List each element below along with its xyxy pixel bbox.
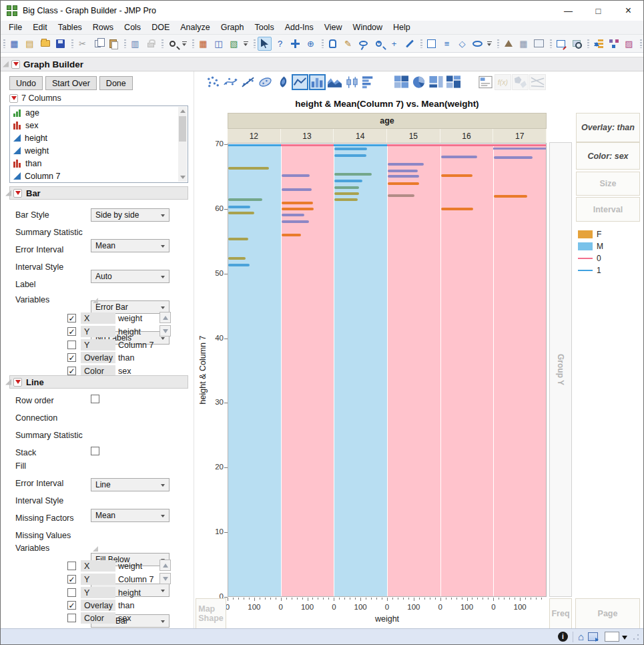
sort-icon[interactable] — [591, 37, 605, 51]
gallery-line-of-fit-icon[interactable] — [240, 74, 256, 90]
legend-item-M[interactable]: M — [578, 242, 603, 251]
gallery-mosaic-icon[interactable] — [445, 74, 462, 90]
brush-icon[interactable]: ✎ — [341, 37, 355, 51]
gallery-heatmap-icon[interactable] — [393, 74, 410, 90]
select-summary-statistic[interactable]: Mean — [91, 509, 170, 522]
gallery-smoother-icon[interactable] — [222, 74, 239, 90]
button-done[interactable]: Done — [99, 76, 133, 90]
maximize-button[interactable]: □ — [583, 1, 613, 21]
column-item-height[interactable]: height — [10, 132, 188, 144]
columns-red-triangle-icon[interactable] — [9, 94, 18, 103]
dropzone-color[interactable]: Color: sex — [576, 142, 640, 170]
gallery-parallel-icon[interactable] — [529, 74, 546, 90]
hierarchy-icon[interactable]: ▨ — [622, 37, 636, 51]
variable-checkbox[interactable]: ✓ — [67, 327, 76, 336]
lasso-icon[interactable] — [356, 37, 370, 51]
select-summary-statistic[interactable]: Mean — [91, 239, 170, 252]
pencil-icon[interactable] — [402, 37, 416, 51]
collapse-triangle-icon[interactable] — [3, 61, 9, 67]
graph-overflow-icon[interactable] — [242, 37, 250, 51]
button-undo[interactable]: Undo — [9, 76, 43, 90]
variable-checkbox[interactable]: ✓ — [67, 367, 76, 375]
gallery-box-plot-icon[interactable] — [344, 74, 360, 90]
annotate-overflow-icon[interactable] — [486, 37, 493, 51]
gallery-caption-box-icon[interactable] — [477, 74, 494, 90]
menu-addins[interactable]: Add-Ins — [280, 21, 319, 33]
move-icon[interactable] — [288, 37, 302, 51]
save-icon[interactable] — [53, 37, 67, 51]
legend-item-1[interactable]: 1 — [578, 266, 601, 275]
gallery-treemap-icon[interactable] — [428, 74, 444, 90]
variable-checkbox[interactable]: ✓ — [67, 575, 76, 584]
select-interval-style[interactable]: Error Bar — [91, 300, 170, 314]
move-up-button[interactable] — [159, 312, 171, 323]
polygon-annotate-icon[interactable]: ◇ — [455, 37, 469, 51]
cut-icon[interactable]: ✂ — [75, 37, 89, 51]
menu-help[interactable]: Help — [388, 21, 416, 33]
magnifier-zoom-icon[interactable] — [372, 37, 386, 51]
crosshair-icon[interactable]: ⊕ — [304, 37, 318, 51]
variable-checkbox[interactable]: ✓ — [67, 601, 76, 610]
columns-list-scrollbar[interactable] — [178, 107, 187, 182]
menu-tables[interactable]: Tables — [53, 21, 87, 33]
gallery-line-icon[interactable] — [292, 74, 308, 90]
resize-grip[interactable] — [633, 634, 639, 640]
arrow-cursor-icon[interactable] — [258, 37, 272, 51]
distribution-icon[interactable] — [501, 37, 515, 51]
move-up-button[interactable] — [159, 560, 171, 571]
variable-checkbox[interactable]: ✓ — [67, 353, 76, 362]
color-well[interactable] — [605, 632, 619, 642]
menu-rows[interactable]: Rows — [87, 21, 119, 33]
info-icon[interactable]: i — [558, 632, 568, 642]
grabber-hand-icon[interactable] — [326, 37, 340, 51]
help-icon[interactable]: ? — [273, 37, 287, 51]
red-triangle-menu-icon[interactable] — [11, 60, 20, 69]
variable-checkbox[interactable]: ✓ — [67, 314, 76, 322]
plot-area[interactable] — [228, 143, 547, 597]
menu-graph[interactable]: Graph — [216, 21, 250, 33]
lock-icon[interactable] — [143, 37, 157, 51]
line-annotate-icon[interactable]: ≡ — [440, 37, 454, 51]
search-icon[interactable] — [166, 37, 180, 51]
dropzone-overlay[interactable]: Overlay: than — [576, 113, 640, 142]
menu-analyze[interactable]: Analyze — [175, 21, 215, 33]
menu-doe[interactable]: DOE — [146, 21, 175, 33]
paste-icon[interactable] — [106, 37, 120, 51]
home-icon[interactable]: ⌂ — [578, 632, 584, 642]
variables-collapse-icon[interactable] — [93, 546, 98, 552]
variable-checkbox[interactable] — [67, 614, 76, 622]
dropzone-interval[interactable]: Interval — [576, 197, 640, 222]
formula-123-icon[interactable] — [532, 37, 546, 51]
copy-icon[interactable] — [91, 37, 105, 51]
move-down-button[interactable] — [159, 325, 171, 337]
select-bar-style[interactable]: Side by side — [91, 208, 170, 222]
close-button[interactable]: × — [613, 1, 643, 21]
dropdown-arrow-icon[interactable] — [622, 636, 627, 642]
open-icon[interactable] — [38, 37, 52, 51]
new-data-table-icon[interactable]: ▦ — [7, 37, 21, 51]
menu-tools[interactable]: Tools — [249, 21, 279, 33]
select-error-interval[interactable]: Auto — [91, 270, 170, 283]
menu-file[interactable]: File — [3, 21, 27, 33]
variable-checkbox[interactable] — [67, 562, 76, 570]
select-rows-icon[interactable] — [554, 37, 568, 51]
oval-annotate-icon[interactable] — [470, 37, 485, 51]
gallery-formula-icon[interactable]: f(x) — [495, 74, 511, 90]
menu-edit[interactable]: Edit — [27, 21, 53, 33]
dropzone-map_shape[interactable]: MapShape — [196, 598, 226, 629]
new-journal-icon[interactable]: ▤ — [23, 37, 37, 51]
tabulate-icon[interactable]: ▦ — [517, 37, 531, 51]
gallery-pie-icon[interactable] — [410, 74, 427, 90]
section-red-triangle-icon[interactable] — [13, 189, 22, 198]
column-item-than[interactable]: than — [10, 157, 188, 170]
menu-view[interactable]: View — [319, 21, 348, 33]
section-red-triangle-icon[interactable] — [13, 378, 22, 387]
button-start-over[interactable]: Start Over — [45, 76, 97, 90]
column-info-icon[interactable]: ◫ — [212, 37, 226, 51]
add-graph-icon[interactable]: ▧ — [227, 37, 241, 51]
dropzone-group_y[interactable]: Group Y — [549, 142, 572, 597]
move-down-button[interactable] — [159, 573, 171, 584]
column-item-weight[interactable]: weight — [10, 144, 188, 157]
gallery-area-icon[interactable] — [326, 74, 343, 90]
gallery-bar-icon[interactable] — [309, 74, 326, 90]
